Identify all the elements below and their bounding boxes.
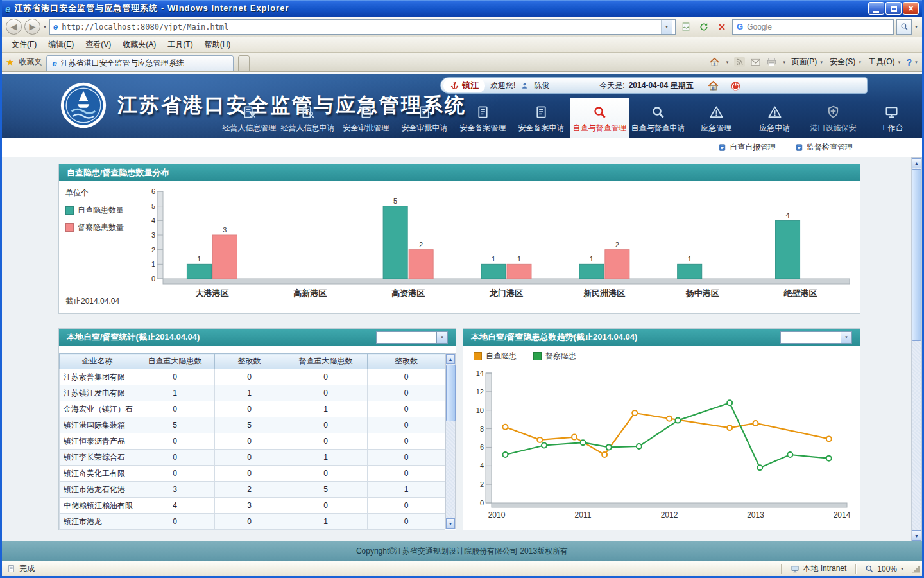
menu-item-3[interactable]: 查看(V) xyxy=(80,37,117,53)
trend-filter-select[interactable]: ▼ xyxy=(780,331,852,344)
table-row[interactable]: 镇江市港龙石化港3251 xyxy=(60,482,445,498)
favorites-label[interactable]: 收藏夹 xyxy=(19,57,42,67)
scroll-thumb[interactable] xyxy=(912,169,921,341)
monitor-icon xyxy=(884,105,899,119)
svg-text:1: 1 xyxy=(517,255,521,263)
close-button[interactable]: × xyxy=(903,2,919,15)
nav-item-5[interactable]: 安全备案管理 xyxy=(454,98,512,138)
chevron-down-icon: ▼ xyxy=(900,567,904,571)
user-icon xyxy=(520,82,529,90)
stop-button[interactable] xyxy=(714,19,730,35)
address-dropdown-icon[interactable]: ▼ xyxy=(661,20,672,34)
svg-text:2: 2 xyxy=(151,246,155,254)
legend-swatch xyxy=(65,206,74,215)
new-tab-stub[interactable] xyxy=(238,55,250,71)
subnav-item-2[interactable]: 监督检查管理 xyxy=(795,142,853,153)
table-row[interactable]: 金海宏业（镇江）石0010 xyxy=(60,401,445,417)
nav-item-10[interactable]: 应急申请 xyxy=(746,98,804,138)
browser-tab[interactable]: e 江苏省港口安全监管与应急管理系统 xyxy=(46,55,234,71)
doc-icon xyxy=(417,105,432,119)
chevron-down-icon: ▼ xyxy=(841,332,851,343)
svg-text:10: 10 xyxy=(476,407,484,414)
nav-item-6[interactable]: 安全备案申请 xyxy=(512,98,570,138)
search-button[interactable] xyxy=(896,19,912,35)
nav-item-1[interactable]: 经营人信息管理 xyxy=(220,98,278,138)
print-button[interactable] xyxy=(766,57,777,67)
history-dropdown-icon[interactable]: ▼ xyxy=(43,25,47,29)
city-selector[interactable]: 镇江 xyxy=(443,79,485,92)
feed-button[interactable] xyxy=(734,57,745,67)
mail-button[interactable] xyxy=(750,57,761,67)
username: 陈俊 xyxy=(534,80,549,91)
table-row[interactable]: 镇江李长荣综合石0010 xyxy=(60,450,445,466)
command-button-1[interactable]: 页面(P)▼ xyxy=(791,57,823,67)
table-row[interactable]: 镇江奇美化工有限0000 xyxy=(60,466,445,482)
maximize-button[interactable] xyxy=(886,2,902,15)
stats-filter-select[interactable]: ▼ xyxy=(376,331,448,344)
command-button-3[interactable]: 工具(O)▼ xyxy=(868,57,901,67)
stats-panel-header: 本地自查/督查统计(截止2014.04.04) ▼ xyxy=(59,329,456,346)
table-row[interactable]: 江苏索普集团有限0000 xyxy=(60,369,445,385)
compatibility-button[interactable] xyxy=(678,19,694,35)
title-bar[interactable]: e 江苏省港口安全监管与应急管理系统 - Windows Internet Ex… xyxy=(2,0,922,17)
back-button[interactable]: ◀ xyxy=(6,19,22,35)
nav-item-12[interactable]: 工作台 xyxy=(862,98,921,138)
svg-text:0: 0 xyxy=(480,499,484,507)
bar-chart: 012345613大港港区高新港区52高资港区11龙门港区12新民洲港区1扬中港… xyxy=(141,181,860,313)
nav-item-2[interactable]: 经营人信息申请 xyxy=(278,98,337,138)
menu-item-5[interactable]: 工具(T) xyxy=(162,37,198,53)
print-dropdown-icon[interactable]: ▼ xyxy=(782,60,786,64)
refresh-button[interactable] xyxy=(696,19,712,35)
home-dropdown-icon[interactable]: ▼ xyxy=(725,60,729,64)
search-dropdown-icon[interactable]: ▼ xyxy=(914,25,918,29)
zoom-control[interactable]: 100% ▼ xyxy=(860,565,909,574)
svg-text:4: 4 xyxy=(151,216,155,224)
nav-item-11[interactable]: 港口设施保安 xyxy=(804,98,862,138)
table-row[interactable]: 镇江市港龙0010 xyxy=(60,514,445,530)
nav-item-9[interactable]: 应急管理 xyxy=(687,98,746,138)
favorites-star-icon[interactable]: ★ xyxy=(6,57,14,68)
command-button-2[interactable]: 安全(S)▼ xyxy=(830,57,862,67)
table-row[interactable]: 江苏镇江发电有限1100 xyxy=(60,385,445,401)
shield-icon xyxy=(826,105,841,119)
help-button[interactable]: ?▼ xyxy=(906,57,918,67)
stop-icon xyxy=(717,22,727,32)
svg-text:5: 5 xyxy=(151,202,155,210)
nav-item-7[interactable]: 自查与督查管理 xyxy=(570,98,629,138)
scroll-down-icon[interactable]: ▼ xyxy=(912,530,921,541)
nav-item-8[interactable]: 自查与督查申请 xyxy=(629,98,687,138)
scroll-up-icon[interactable]: ▲ xyxy=(446,354,455,364)
search-input[interactable]: G Google xyxy=(732,19,894,35)
bar-panel-header: 自查隐患/督查隐患数量分布 xyxy=(59,164,860,181)
table-scrollbar[interactable]: ▲ ▼ xyxy=(445,353,456,529)
scroll-down-icon[interactable]: ▼ xyxy=(446,518,455,529)
nav-label: 安全备案申请 xyxy=(518,123,565,134)
minimize-button[interactable] xyxy=(868,2,884,15)
page-scrollbar[interactable]: ▲ ▼ xyxy=(911,157,922,541)
table-row[interactable]: 镇江恒泰沥青产品0000 xyxy=(60,434,445,450)
menu-item-1[interactable]: 文件(F) xyxy=(6,37,42,53)
stats-table-head-row: 企业名称自查重大隐患数整改数督查重大隐患数整改数 xyxy=(60,354,445,369)
menu-item-2[interactable]: 编辑(E) xyxy=(42,37,80,53)
logout-button[interactable] xyxy=(730,80,742,92)
menu-item-6[interactable]: 帮助(H) xyxy=(199,37,237,53)
legend-item-2: 督察隐患数量 xyxy=(65,222,141,233)
svg-text:新民洲港区: 新民洲港区 xyxy=(583,288,625,298)
legend-swatch xyxy=(474,352,482,360)
table-row[interactable]: 镇江港国际集装箱5500 xyxy=(60,417,445,434)
menu-item-4[interactable]: 收藏夹(A) xyxy=(117,37,162,53)
address-input[interactable]: e http://localhost:8080/yjpt/Main.html ▼ xyxy=(49,19,676,35)
portal-home-button[interactable] xyxy=(707,80,719,92)
table-row[interactable]: 中储粮镇江粮油有限4300 xyxy=(60,498,445,514)
home-button[interactable] xyxy=(709,57,720,67)
window-title: 江苏省港口安全监管与应急管理系统 - Windows Internet Expl… xyxy=(14,3,864,14)
resize-grip[interactable] xyxy=(912,565,920,573)
subnav-item-1[interactable]: 自查自报管理 xyxy=(718,142,776,153)
trend-panel-title: 本地自查/督查隐患总数趋势(截止2014.04.04) xyxy=(471,331,637,343)
scroll-thumb[interactable] xyxy=(446,365,456,421)
forward-button[interactable]: ▶ xyxy=(24,19,40,35)
nav-item-4[interactable]: 安全审批申请 xyxy=(395,98,454,138)
trend-panel: 本地自查/督查隐患总数趋势(截止2014.04.04) ▼ 自查隐患督察隐患 0… xyxy=(463,328,860,530)
nav-item-3[interactable]: 安全审批管理 xyxy=(337,98,395,138)
scroll-up-icon[interactable]: ▲ xyxy=(912,158,921,168)
